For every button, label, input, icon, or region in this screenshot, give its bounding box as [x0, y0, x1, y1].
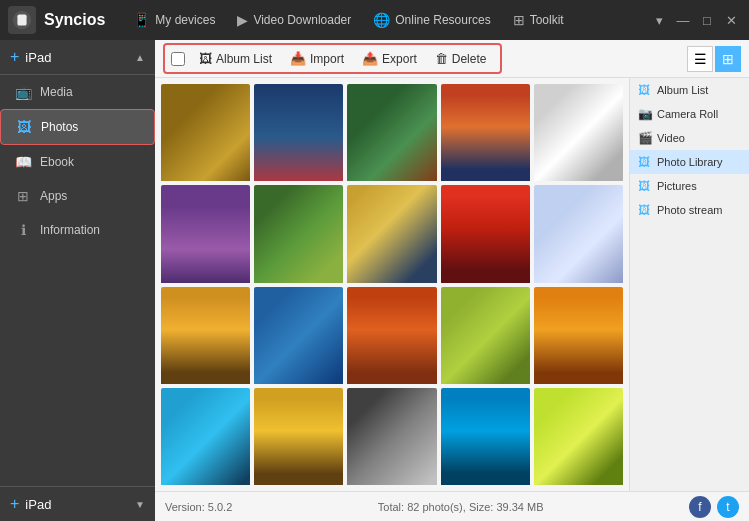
sidebar-item-ebook[interactable]: 📖 Ebook [0, 145, 155, 179]
app-name: Syncios [44, 11, 105, 29]
rp-pictures[interactable]: 🖼 Pictures [630, 174, 749, 198]
rp-video[interactable]: 🎬 Video [630, 126, 749, 150]
photo-cell[interactable] [347, 84, 436, 181]
photo-thumb [347, 287, 436, 384]
photo-thumb [441, 287, 530, 384]
dropdown-btn[interactable]: ▾ [649, 10, 669, 30]
photo-thumb [161, 185, 250, 282]
photo-cell[interactable] [534, 287, 623, 384]
rp-video-label: Video [657, 132, 685, 144]
right-panel: 🖼 Album List 📷 Camera Roll 🎬 Video 🖼 Pho… [629, 78, 749, 491]
photo-cell[interactable] [254, 388, 343, 485]
photo-cell[interactable] [254, 84, 343, 181]
content-area: 🖼 Album List 📥 Import 📤 Export 🗑 Delete [155, 40, 749, 521]
sidebar-device-bottom[interactable]: + iPad ▼ [0, 486, 155, 521]
photo-thumb [161, 388, 250, 485]
grid-view-button[interactable]: ⊞ [715, 46, 741, 72]
rp-camera-roll[interactable]: 📷 Camera Roll [630, 102, 749, 126]
photo-thumb [254, 185, 343, 282]
photo-thumb [347, 185, 436, 282]
sidebar-item-media-label: Media [40, 85, 73, 99]
nav-online-resources[interactable]: 🌐 Online Resources [363, 6, 500, 34]
toolbar: 🖼 Album List 📥 Import 📤 Export 🗑 Delete [155, 40, 749, 78]
photo-grid [155, 78, 629, 491]
photo-thumb [441, 185, 530, 282]
nav-toolkit[interactable]: ⊞ Toolkit [503, 6, 574, 34]
info-icon: ℹ [14, 222, 32, 238]
photo-area: 🖼 Album List 📷 Camera Roll 🎬 Video 🖼 Pho… [155, 78, 749, 491]
delete-label: Delete [452, 52, 487, 66]
sidebar-item-apps[interactable]: ⊞ Apps [0, 179, 155, 213]
sidebar-item-photos-label: Photos [41, 120, 78, 134]
photo-thumb [441, 388, 530, 485]
rp-album-list[interactable]: 🖼 Album List [630, 78, 749, 102]
import-button[interactable]: 📥 Import [282, 48, 352, 69]
add-device-icon: + [10, 495, 19, 513]
sidebar-device-top[interactable]: + iPad ▲ [0, 40, 155, 75]
sidebar-item-apps-label: Apps [40, 189, 67, 203]
list-view-button[interactable]: ☰ [687, 46, 713, 72]
photo-cell[interactable] [161, 84, 250, 181]
photo-thumb [534, 185, 623, 282]
svg-rect-1 [17, 15, 26, 26]
photo-cell[interactable] [534, 185, 623, 282]
rp-camera-label: Camera Roll [657, 108, 718, 120]
minimize-btn[interactable]: — [673, 10, 693, 30]
photo-cell[interactable] [161, 388, 250, 485]
nav-my-devices[interactable]: 📱 My devices [123, 6, 225, 34]
nav-online-label: Online Resources [395, 13, 490, 27]
photo-cell[interactable] [347, 287, 436, 384]
main-layout: + iPad ▲ 📺 Media 🖼 Photos 📖 Ebook ⊞ Apps [0, 40, 749, 521]
photo-thumb [347, 388, 436, 485]
media-icon: 📺 [14, 84, 32, 100]
rp-photo-stream[interactable]: 🖼 Photo stream [630, 198, 749, 222]
twitter-icon: t [726, 500, 729, 514]
photo-thumb [254, 84, 343, 181]
rp-album-label: Album List [657, 84, 708, 96]
sidebar-item-information[interactable]: ℹ Information [0, 213, 155, 247]
photo-cell[interactable] [161, 287, 250, 384]
video-icon: ▶ [237, 12, 248, 28]
rp-photo-lib-icon: 🖼 [638, 155, 652, 169]
photo-cell[interactable] [534, 388, 623, 485]
rp-photo-library[interactable]: 🖼 Photo Library [630, 150, 749, 174]
album-list-icon: 🖼 [199, 51, 212, 66]
select-all-checkbox[interactable] [171, 52, 185, 66]
rp-pictures-icon: 🖼 [638, 179, 652, 193]
export-button[interactable]: 📤 Export [354, 48, 425, 69]
facebook-button[interactable]: f [689, 496, 711, 518]
photo-cell[interactable] [161, 185, 250, 282]
rp-album-icon: 🖼 [638, 83, 652, 97]
photo-thumb [441, 84, 530, 181]
sidebar-item-photos[interactable]: 🖼 Photos [0, 109, 155, 145]
export-icon: 📤 [362, 51, 378, 66]
photo-thumb [161, 287, 250, 384]
photo-cell[interactable] [441, 287, 530, 384]
photo-cell[interactable] [441, 185, 530, 282]
titlebar: Syncios 📱 My devices ▶ Video Downloader … [0, 0, 749, 40]
import-label: Import [310, 52, 344, 66]
photo-cell[interactable] [254, 287, 343, 384]
import-icon: 📥 [290, 51, 306, 66]
delete-button[interactable]: 🗑 Delete [427, 48, 495, 69]
photo-cell[interactable] [441, 388, 530, 485]
album-list-button[interactable]: 🖼 Album List [191, 48, 280, 69]
close-btn[interactable]: ✕ [721, 10, 741, 30]
rp-stream-label: Photo stream [657, 204, 722, 216]
photo-cell[interactable] [441, 84, 530, 181]
twitter-button[interactable]: t [717, 496, 739, 518]
photo-cell[interactable] [534, 84, 623, 181]
sidebar-item-media[interactable]: 📺 Media [0, 75, 155, 109]
photo-cell[interactable] [347, 185, 436, 282]
nav-video-label: Video Downloader [253, 13, 351, 27]
nav-video-downloader[interactable]: ▶ Video Downloader [227, 6, 361, 34]
sidebar-item-ebook-label: Ebook [40, 155, 74, 169]
maximize-btn[interactable]: □ [697, 10, 717, 30]
export-label: Export [382, 52, 417, 66]
nav-my-devices-label: My devices [155, 13, 215, 27]
view-toggle: ☰ ⊞ [687, 46, 741, 72]
devices-icon: 📱 [133, 12, 150, 28]
toolbar-actions-group: 🖼 Album List 📥 Import 📤 Export 🗑 Delete [163, 43, 502, 74]
photo-cell[interactable] [254, 185, 343, 282]
photo-cell[interactable] [347, 388, 436, 485]
